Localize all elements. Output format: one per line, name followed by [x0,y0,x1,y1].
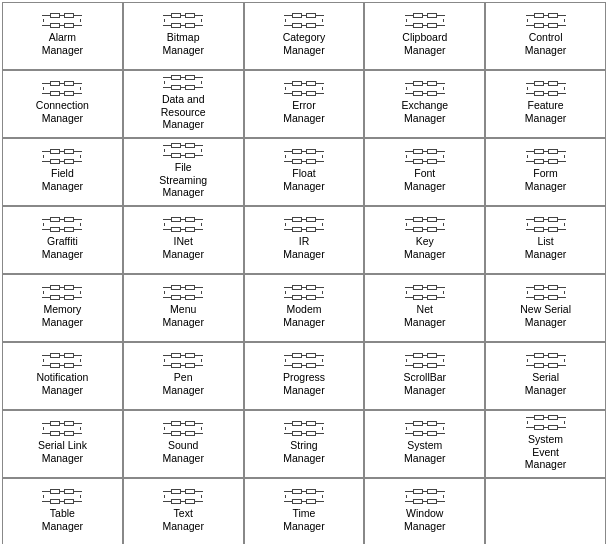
manager-label: Window Manager [404,507,445,532]
manager-icon [163,217,203,232]
manager-label: Progress Manager [283,371,325,396]
manager-icon [526,81,566,96]
manager-cell[interactable]: Pen Manager [123,342,244,410]
manager-label: Error Manager [283,99,324,124]
manager-cell[interactable]: String Manager [244,410,365,478]
manager-cell[interactable]: Form Manager [485,138,606,206]
manager-cell[interactable]: Float Manager [244,138,365,206]
manager-cell[interactable]: File Streaming Manager [123,138,244,206]
manager-cell[interactable]: Font Manager [364,138,485,206]
manager-icon [42,421,82,436]
manager-cell[interactable]: Serial Link Manager [2,410,123,478]
manager-cell[interactable]: Error Manager [244,70,365,138]
manager-icon [526,285,566,300]
manager-label: Serial Link Manager [38,439,87,464]
manager-label: Pen Manager [162,371,203,396]
manager-cell[interactable]: Notification Manager [2,342,123,410]
manager-cell[interactable]: Field Manager [2,138,123,206]
manager-icon [284,149,324,164]
manager-cell[interactable]: System Manager [364,410,485,478]
manager-cell[interactable]: Connection Manager [2,70,123,138]
manager-icon [526,13,566,28]
manager-cell[interactable]: IR Manager [244,206,365,274]
manager-icon [42,149,82,164]
manager-label: Data and Resource Manager [161,93,206,131]
manager-label: ScrollBar Manager [403,371,446,396]
manager-label: Alarm Manager [42,31,83,56]
manager-icon [284,353,324,368]
manager-icon [42,353,82,368]
manager-label: IR Manager [283,235,324,260]
manager-cell[interactable]: ScrollBar Manager [364,342,485,410]
manager-cell[interactable]: Serial Manager [485,342,606,410]
manager-label: Text Manager [162,507,203,532]
manager-label: Form Manager [525,167,566,192]
manager-label: Category Manager [283,31,326,56]
manager-label: List Manager [525,235,566,260]
manager-cell[interactable] [485,478,606,544]
manager-icon [284,285,324,300]
manager-cell[interactable]: Table Manager [2,478,123,544]
manager-icon [405,217,445,232]
manager-cell[interactable]: Control Manager [485,2,606,70]
manager-icon [405,421,445,436]
manager-cell[interactable]: Menu Manager [123,274,244,342]
manager-icon [163,143,203,158]
manager-label: Field Manager [42,167,83,192]
manager-cell[interactable]: Net Manager [364,274,485,342]
manager-cell[interactable]: Clipboard Manager [364,2,485,70]
manager-label: File Streaming Manager [159,161,207,199]
manager-label: Net Manager [404,303,445,328]
manager-icon [163,13,203,28]
manager-icon [163,285,203,300]
manager-icon [526,415,566,430]
manager-cell[interactable]: System Event Manager [485,410,606,478]
manager-cell[interactable]: Data and Resource Manager [123,70,244,138]
manager-icon [526,217,566,232]
manager-label: Float Manager [283,167,324,192]
manager-label: Font Manager [404,167,445,192]
manager-label: Connection Manager [36,99,89,124]
manager-cell[interactable]: Progress Manager [244,342,365,410]
manager-icon [163,489,203,504]
manager-icon [405,353,445,368]
manager-cell[interactable]: Sound Manager [123,410,244,478]
manager-label: INet Manager [162,235,203,260]
manager-cell[interactable]: New Serial Manager [485,274,606,342]
manager-cell[interactable]: Key Manager [364,206,485,274]
manager-label: Time Manager [283,507,324,532]
manager-cell[interactable]: Exchange Manager [364,70,485,138]
manager-label: Control Manager [525,31,566,56]
manager-label: Menu Manager [162,303,203,328]
manager-cell[interactable]: List Manager [485,206,606,274]
manager-cell[interactable]: Feature Manager [485,70,606,138]
manager-label: Graffiti Manager [42,235,83,260]
manager-cell[interactable]: Alarm Manager [2,2,123,70]
manager-icon [42,285,82,300]
manager-icon [284,217,324,232]
manager-cell[interactable]: INet Manager [123,206,244,274]
manager-label: Sound Manager [162,439,203,464]
manager-icon [405,149,445,164]
manager-icon [405,285,445,300]
manager-icon [42,81,82,96]
manager-cell[interactable]: Bitmap Manager [123,2,244,70]
manager-cell[interactable]: Modem Manager [244,274,365,342]
manager-grid: Alarm ManagerBitmap ManagerCategory Mana… [0,0,608,544]
manager-label: Serial Manager [525,371,566,396]
manager-icon [405,13,445,28]
manager-cell[interactable]: Category Manager [244,2,365,70]
manager-label: System Manager [404,439,445,464]
manager-cell[interactable]: Time Manager [244,478,365,544]
manager-cell[interactable]: Text Manager [123,478,244,544]
manager-icon [526,353,566,368]
manager-icon [163,353,203,368]
manager-cell[interactable]: Window Manager [364,478,485,544]
manager-icon [405,489,445,504]
manager-icon [163,75,203,90]
manager-cell[interactable]: Memory Manager [2,274,123,342]
manager-label: Memory Manager [42,303,83,328]
manager-cell[interactable]: Graffiti Manager [2,206,123,274]
manager-label: Feature Manager [525,99,566,124]
manager-icon [284,13,324,28]
